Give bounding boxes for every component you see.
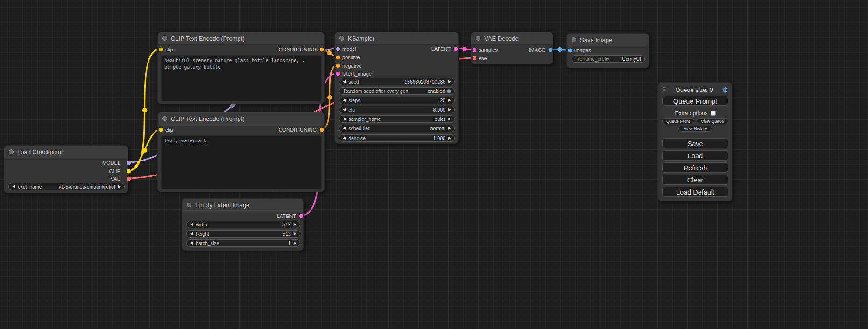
denoise-widget[interactable]: ◀ denoise 1.000 ▶ (339, 134, 455, 142)
width-widget[interactable]: ◀ width 512 ▶ (186, 221, 300, 228)
steps-widget[interactable]: ◀ steps 20 ▶ (339, 97, 455, 104)
output-port-latent[interactable] (299, 214, 304, 219)
widget-label: width (196, 222, 207, 227)
collapse-dot-icon[interactable] (162, 36, 167, 41)
toggle-dot-icon[interactable] (447, 89, 451, 93)
ckpt-name-widget[interactable]: ◀ ckpt_name v1-5-pruned-emaonly.ckpt ▶ (8, 183, 125, 190)
sampler-name-widget[interactable]: ◀ sampler_name euler ▶ (339, 115, 455, 123)
batch-size-widget[interactable]: ◀ batch_size 1 ▶ (186, 239, 300, 247)
decrement-arrow-icon[interactable]: ◀ (343, 80, 346, 84)
drag-handle-icon[interactable]: ⠿ (662, 87, 666, 92)
filename-prefix-widget[interactable]: filename_prefix ComfyUI (572, 55, 645, 63)
increment-arrow-icon[interactable]: ▶ (294, 232, 296, 236)
input-port-latent-image[interactable] (336, 71, 341, 77)
output-port-model[interactable] (127, 161, 132, 166)
input-port-images[interactable] (568, 48, 573, 53)
output-label-image: IMAGE (529, 47, 545, 53)
increment-arrow-icon[interactable]: ▶ (118, 185, 121, 189)
view-history-button[interactable]: View History (678, 126, 712, 132)
view-queue-button[interactable]: View Queue (697, 118, 729, 124)
node-graph-canvas[interactable]: Load Checkpoint MODEL CLIP VAE ◀ ckpt_na… (0, 0, 868, 329)
queue-front-button[interactable]: Queue Front (662, 118, 694, 124)
clear-button[interactable]: Clear (662, 175, 728, 185)
node-title-bar[interactable]: KSampler (335, 32, 458, 45)
widget-label: Random seed after every gen (344, 88, 408, 94)
decrement-arrow-icon[interactable]: ◀ (343, 126, 346, 130)
collapse-dot-icon[interactable] (339, 36, 344, 41)
decrement-arrow-icon[interactable]: ◀ (190, 223, 193, 226)
decrement-arrow-icon[interactable]: ◀ (343, 117, 346, 121)
load-button[interactable]: Load (662, 150, 728, 161)
input-port-vae[interactable] (472, 56, 477, 61)
input-port-clip[interactable] (159, 47, 164, 52)
input-port-clip[interactable] (159, 127, 164, 133)
widget-value: ComfyUI (622, 56, 641, 62)
increment-arrow-icon[interactable]: ▶ (448, 136, 451, 140)
node-title-bar[interactable]: Load Checkpoint (4, 146, 128, 158)
increment-arrow-icon[interactable]: ▶ (294, 223, 296, 226)
input-port-negative[interactable] (336, 63, 341, 69)
increment-arrow-icon[interactable]: ▶ (294, 241, 296, 245)
increment-arrow-icon[interactable]: ▶ (448, 108, 451, 112)
increment-arrow-icon[interactable]: ▶ (448, 126, 451, 130)
widget-value: 512 (282, 222, 291, 227)
input-port-positive[interactable] (336, 55, 341, 60)
queue-prompt-button[interactable]: Queue Prompt (662, 96, 728, 106)
collapse-dot-icon[interactable] (476, 36, 480, 41)
collapse-dot-icon[interactable] (9, 149, 14, 154)
link-midpoint-dot (327, 50, 332, 55)
prompt-text-area[interactable]: text, watermark (161, 135, 322, 189)
decrement-arrow-icon[interactable]: ◀ (190, 241, 193, 245)
decrement-arrow-icon[interactable]: ◀ (12, 185, 15, 189)
decrement-arrow-icon[interactable]: ◀ (343, 136, 346, 140)
increment-arrow-icon[interactable]: ▶ (448, 117, 451, 121)
output-port-latent[interactable] (453, 47, 459, 52)
refresh-button[interactable]: Refresh (662, 162, 728, 173)
seed-widget[interactable]: ◀ seed 156680208700286 ▶ (339, 78, 455, 85)
random-seed-toggle-widget[interactable]: Random seed after every gen enabled (339, 87, 455, 95)
cfg-widget[interactable]: ◀ cfg 8.000 ▶ (339, 106, 455, 113)
node-load-checkpoint[interactable]: Load Checkpoint MODEL CLIP VAE ◀ ckpt_na… (4, 145, 128, 193)
output-port-vae[interactable] (127, 176, 132, 182)
node-title-bar[interactable]: CLIP Text Encode (Prompt) (158, 112, 324, 125)
output-port-clip[interactable] (127, 169, 132, 174)
node-ksampler[interactable]: KSampler model positive negative latent_… (334, 32, 459, 144)
input-label-positive: positive (342, 55, 360, 60)
load-default-button[interactable]: Load Default (662, 187, 728, 197)
node-title-bar[interactable]: CLIP Text Encode (Prompt) (158, 32, 324, 45)
extra-options-checkbox[interactable] (711, 111, 716, 116)
input-port-samples[interactable] (472, 48, 477, 53)
height-widget[interactable]: ◀ height 512 ▶ (186, 230, 300, 238)
output-port-conditioning[interactable] (319, 127, 325, 133)
input-port-model[interactable] (336, 47, 341, 52)
node-title-bar[interactable]: Empty Latent Image (182, 199, 303, 211)
decrement-arrow-icon[interactable]: ◀ (343, 108, 346, 112)
node-empty-latent-image[interactable]: Empty Latent Image LATENT ◀ width 512 ▶ … (182, 198, 304, 251)
node-save-image[interactable]: Save Image images filename_prefix ComfyU… (566, 33, 649, 68)
widget-label: batch_size (196, 240, 219, 246)
widget-value: v1-5-pruned-emaonly.ckpt (59, 184, 115, 189)
link-midpoint-dot (462, 47, 467, 51)
collapse-dot-icon[interactable] (187, 203, 191, 207)
settings-gear-icon[interactable]: ⚙ (722, 86, 728, 93)
node-clip-text-encode-positive[interactable]: CLIP Text Encode (Prompt) clip CONDITION… (157, 32, 325, 104)
link-midpoint-dot (327, 95, 332, 100)
node-title-bar[interactable]: VAE Decode (471, 32, 553, 45)
scheduler-widget[interactable]: ◀ scheduler normal ▶ (339, 125, 455, 132)
save-button[interactable]: Save (662, 138, 728, 148)
prompt-text-area[interactable]: beautiful scenery nature glass bottle la… (161, 55, 322, 101)
increment-arrow-icon[interactable]: ▶ (448, 98, 451, 102)
increment-arrow-icon[interactable]: ▶ (448, 80, 451, 84)
widget-label: denoise (348, 135, 366, 141)
output-label-model: MODEL (102, 160, 120, 166)
node-clip-text-encode-negative[interactable]: CLIP Text Encode (Prompt) clip CONDITION… (157, 112, 325, 192)
decrement-arrow-icon[interactable]: ◀ (190, 232, 193, 236)
collapse-dot-icon[interactable] (162, 116, 167, 121)
decrement-arrow-icon[interactable]: ◀ (343, 98, 346, 102)
collapse-dot-icon[interactable] (572, 37, 576, 42)
node-vae-decode[interactable]: VAE Decode samples vae IMAGE (471, 32, 553, 64)
output-port-image[interactable] (548, 48, 553, 53)
node-title-bar[interactable]: Save Image (567, 34, 649, 46)
output-port-conditioning[interactable] (319, 47, 325, 52)
link-midpoint-dot (557, 47, 562, 52)
